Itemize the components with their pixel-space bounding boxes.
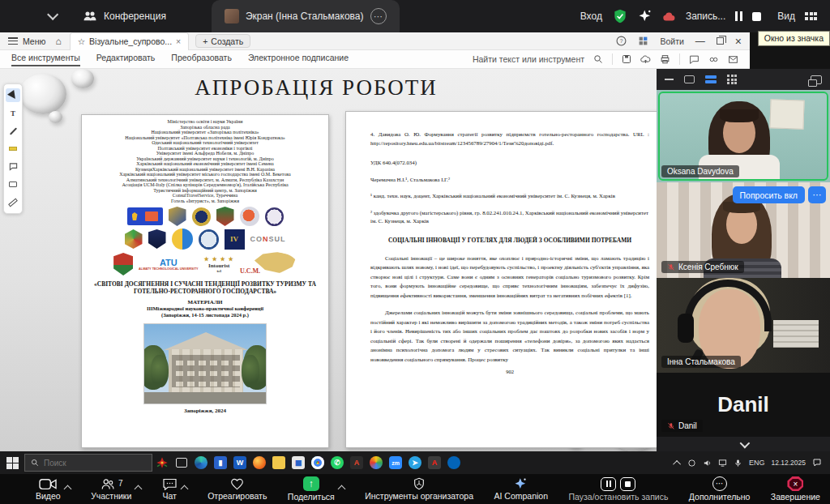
search-input[interactable]: [44, 459, 133, 468]
pen-tool-icon[interactable]: [6, 124, 20, 138]
holiday-flower-icon[interactable]: [152, 451, 172, 474]
task-view-button[interactable]: [172, 451, 191, 474]
tab-all-tools[interactable]: Все инструменты: [11, 53, 80, 66]
view-grid-icon[interactable]: [805, 12, 817, 20]
share-button[interactable]: ↑ Поделиться: [288, 476, 335, 502]
app-acrobat[interactable]: A: [425, 451, 444, 474]
restore-window-icon[interactable]: [717, 37, 724, 45]
favorite-star-icon[interactable]: ☆: [78, 36, 85, 46]
gallery-view-icon[interactable]: [705, 75, 717, 83]
feedback-bubble-icon[interactable]: [689, 54, 700, 65]
language-indicator[interactable]: ENG: [749, 459, 765, 467]
search-label[interactable]: Найти текст или инструмент: [473, 54, 584, 64]
highlight-tool-icon[interactable]: [6, 142, 20, 156]
app-zoom[interactable]: zm: [386, 451, 405, 474]
document-canvas[interactable]: АПРОБАЦІЯ РОБОТИ T Міністерство освіти і…: [0, 69, 750, 451]
start-button[interactable]: [0, 451, 24, 474]
tab-convert[interactable]: Преобразовать: [171, 53, 232, 66]
ai-sparkle-icon[interactable]: [638, 9, 652, 23]
video-tile-oksana[interactable]: Oksana Davydova: [657, 90, 830, 182]
mic-icon[interactable]: [734, 459, 742, 468]
chat-button[interactable]: Чат: [162, 478, 178, 501]
app-chrome[interactable]: [308, 451, 327, 474]
tray-chevron-up-icon[interactable]: [673, 459, 681, 468]
pause-record-button[interactable]: [735, 11, 742, 21]
select-tool-icon[interactable]: [6, 88, 20, 102]
app-calendar[interactable]: ▦: [289, 451, 308, 474]
search-icon[interactable]: [593, 54, 603, 64]
popout-layout-icon[interactable]: [811, 75, 822, 84]
edit-text-tool-icon[interactable]: T: [6, 106, 20, 120]
app-whatsapp[interactable]: ✆: [327, 451, 347, 474]
apps-bento-icon[interactable]: [638, 36, 648, 46]
droplet-decoration: [19, 74, 66, 114]
print-icon[interactable]: [660, 54, 670, 65]
video-tile-inna[interactable]: Інна Стальмакова: [657, 278, 830, 373]
home-icon[interactable]: ⌂: [55, 36, 61, 47]
tab-esign[interactable]: Электронное подписание: [248, 53, 349, 66]
host-tools-button[interactable]: Инструменты организатора: [365, 477, 473, 501]
tab-edit[interactable]: Редактировать: [96, 53, 156, 66]
video-button[interactable]: Видео: [36, 478, 61, 501]
video-menu-chevron[interactable]: [63, 485, 71, 493]
close-document-icon[interactable]: ×: [176, 36, 181, 46]
minimize-panel-icon[interactable]: [665, 79, 674, 80]
ai-companion-button[interactable]: AI Companion: [494, 477, 549, 501]
scroll-participants-button[interactable]: [657, 437, 830, 451]
end-meeting-button[interactable]: × Завершение: [771, 476, 820, 502]
chat-menu-chevron[interactable]: [180, 485, 188, 493]
app-word[interactable]: W: [230, 451, 250, 474]
participants-button[interactable]: 7 Участники: [91, 478, 131, 501]
menu-icon[interactable]: [8, 37, 18, 45]
collapse-chevron-icon[interactable]: [47, 9, 58, 20]
app-explorer[interactable]: [269, 451, 289, 474]
signin-button[interactable]: Вход: [580, 11, 602, 22]
video-tile-kseniia[interactable]: Попросить вкл ⋯ Ксенія Сребнюк: [657, 182, 830, 278]
pause-record-icon[interactable]: [601, 477, 616, 491]
clock-date[interactable]: 12.12.2025: [771, 459, 806, 467]
email-icon[interactable]: [728, 54, 738, 65]
droplet-decoration: [49, 111, 62, 123]
help-icon[interactable]: ?: [616, 36, 627, 46]
grid-view-icon[interactable]: [727, 75, 737, 84]
stamp-tool-icon[interactable]: [6, 177, 20, 191]
volume-icon[interactable]: [703, 459, 712, 468]
pause-stop-record-button[interactable]: Пауза/остановить запись: [568, 477, 668, 502]
more-button[interactable]: ⋯ Дополнительно: [689, 476, 751, 502]
share-menu-chevron[interactable]: [337, 485, 345, 493]
acrobat-signin-button[interactable]: Войти: [660, 36, 683, 46]
share-link-icon[interactable]: [708, 54, 719, 65]
participant-more-button[interactable]: ⋯: [808, 186, 826, 203]
notifications-icon[interactable]: [812, 458, 822, 468]
tab-screen-share[interactable]: Экран (Інна Стальмакова) ⋯: [212, 0, 400, 32]
create-button[interactable]: + Создать: [195, 34, 250, 48]
app-photos[interactable]: ▮: [211, 451, 230, 474]
tab-meeting[interactable]: Конференция: [70, 0, 179, 32]
ask-to-unmute-button[interactable]: Попросить вкл: [733, 186, 805, 203]
app-firefox[interactable]: [250, 451, 269, 474]
app-browser-2[interactable]: [366, 451, 386, 474]
security-shield-icon[interactable]: [612, 8, 628, 24]
app-edge[interactable]: [191, 451, 211, 474]
video-tile-danil[interactable]: Danil Danil: [657, 373, 830, 437]
tab-options-icon[interactable]: ⋯: [370, 8, 387, 24]
speaker-view-icon[interactable]: [684, 75, 695, 83]
react-button[interactable]: Отреагировать: [208, 478, 267, 501]
stop-record-button[interactable]: [752, 12, 761, 21]
app-red-a[interactable]: A: [347, 451, 366, 474]
measure-tool-icon[interactable]: [6, 195, 20, 209]
taskbar-search[interactable]: [24, 454, 152, 472]
menu-button[interactable]: Меню: [23, 36, 45, 46]
comment-tool-icon[interactable]: [6, 160, 20, 173]
stop-record-icon[interactable]: [620, 477, 635, 491]
view-button[interactable]: Вид: [777, 11, 795, 22]
authors-line: Черемачна Н.І.¹, Стальмакова І.Г.²: [370, 176, 649, 185]
upload-cloud-icon[interactable]: [640, 54, 651, 65]
display-icon[interactable]: [718, 459, 727, 468]
app-telegram[interactable]: ➤: [405, 451, 425, 474]
save-icon[interactable]: [622, 54, 631, 64]
document-tab[interactable]: ☆ Візуальне_супрово... ×: [70, 32, 190, 50]
tray-app-icon[interactable]: [687, 459, 696, 468]
app-onedrive[interactable]: [444, 451, 464, 474]
participants-menu-chevron[interactable]: [135, 485, 143, 493]
